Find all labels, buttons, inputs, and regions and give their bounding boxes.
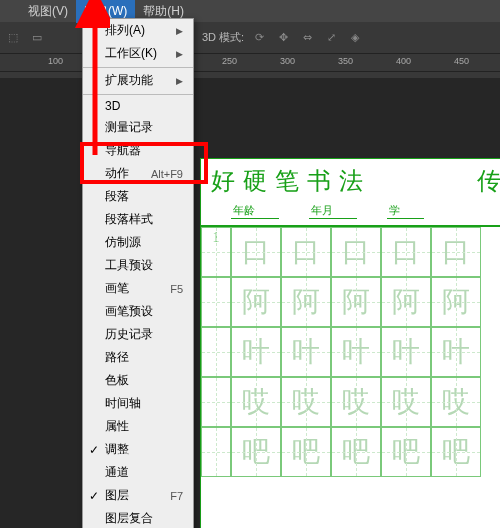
menu-item-段落[interactable]: 段落 [83,185,193,208]
menu-item-色板[interactable]: 色板 [83,369,193,392]
menu-item-画笔预设[interactable]: 画笔预设 [83,300,193,323]
practice-cell: 吧 [281,427,331,477]
practice-grid: 1口口口口口阿阿阿阿阿叶叶叶叶叶哎哎哎哎哎吧吧吧吧吧 [201,225,500,477]
menubar: 视图(V) 窗口(W) 帮助(H) [0,0,500,22]
row-index [201,277,231,327]
menu-item-图层复合[interactable]: 图层复合 [83,507,193,528]
ruler-tick: 250 [222,56,237,66]
pan-icon[interactable]: ✥ [274,29,292,47]
slide-icon[interactable]: ⇔ [298,29,316,47]
menu-item-画笔[interactable]: 画笔F5 [83,277,193,300]
practice-cell: 哎 [381,377,431,427]
title-side: 传 [477,165,500,197]
practice-cell: 叶 [331,327,381,377]
tool-icon-2[interactable]: ▭ [28,29,46,47]
practice-cell: 阿 [431,277,481,327]
practice-cell: 阿 [281,277,331,327]
ruler-tick: 100 [48,56,63,66]
menu-item-排列(A)[interactable]: 排列(A)▶ [83,19,193,42]
practice-cell: 阿 [331,277,381,327]
row-index [201,377,231,427]
menu-item-路径[interactable]: 路径 [83,346,193,369]
practice-cell: 口 [231,227,281,277]
title-main: 好硬笔书法 [211,168,371,194]
menu-item-导航器[interactable]: 导航器 [83,139,193,162]
practice-cell: 阿 [381,277,431,327]
menu-item-工作区(K)[interactable]: 工作区(K)▶ [83,42,193,65]
practice-cell: 吧 [381,427,431,477]
canvas[interactable]: 好硬笔书法 传 年龄 年月 学 1口口口口口阿阿阿阿阿叶叶叶叶叶哎哎哎哎哎吧吧吧… [0,78,500,528]
menu-item-段落样式[interactable]: 段落样式 [83,208,193,231]
menu-item-测量记录[interactable]: 测量记录 [83,116,193,139]
document-title: 好硬笔书法 传 [201,159,500,203]
practice-cell: 口 [431,227,481,277]
practice-cell: 口 [381,227,431,277]
row-index [201,327,231,377]
row-index: 1 [201,227,231,277]
menu-view[interactable]: 视图(V) [20,0,76,23]
scale-icon[interactable]: ◈ [346,29,364,47]
practice-cell: 哎 [281,377,331,427]
practice-cell: 吧 [231,427,281,477]
sub-school: 学 [387,203,424,219]
practice-cell: 哎 [431,377,481,427]
row-index [201,427,231,477]
practice-cell: 叶 [231,327,281,377]
menu-item-工具预设[interactable]: 工具预设 [83,254,193,277]
ruler-tick: 300 [280,56,295,66]
practice-cell: 吧 [331,427,381,477]
ruler-tick: 400 [396,56,411,66]
mode-label: 3D 模式: [202,30,244,45]
menu-item-属性[interactable]: 属性 [83,415,193,438]
practice-cell: 叶 [431,327,481,377]
practice-cell: 吧 [431,427,481,477]
horizontal-ruler: 100 150 200 250 300 350 400 450 [0,54,500,72]
sub-age: 年龄 [231,203,279,219]
practice-cell: 哎 [231,377,281,427]
practice-cell: 口 [331,227,381,277]
menu-item-历史记录[interactable]: 历史记录 [83,323,193,346]
menu-item-扩展功能[interactable]: 扩展功能▶ [83,67,193,92]
options-bar: ⬚ ▭ ↻ 3D 模式: ⟳ ✥ ⇔ ⤢ ◈ [0,22,500,54]
menu-item-仿制源[interactable]: 仿制源 [83,231,193,254]
menu-item-图层[interactable]: ✓图层F7 [83,484,193,507]
practice-cell: 口 [281,227,331,277]
practice-cell: 叶 [381,327,431,377]
practice-cell: 叶 [281,327,331,377]
menu-item-3D[interactable]: 3D [83,94,193,116]
document: 好硬笔书法 传 年龄 年月 学 1口口口口口阿阿阿阿阿叶叶叶叶叶哎哎哎哎哎吧吧吧… [200,158,500,528]
ruler-tick: 450 [454,56,469,66]
menu-item-时间轴[interactable]: 时间轴 [83,392,193,415]
orbit-icon[interactable]: ⟳ [250,29,268,47]
menu-item-通道[interactable]: 通道 [83,461,193,484]
menu-item-动作[interactable]: 动作Alt+F9 [83,162,193,185]
document-subheader: 年龄 年月 学 [201,203,500,225]
sub-month: 年月 [309,203,357,219]
move-icon[interactable]: ⤢ [322,29,340,47]
ruler-tick: 350 [338,56,353,66]
window-menu-dropdown: 排列(A)▶工作区(K)▶扩展功能▶3D测量记录导航器动作Alt+F9段落段落样… [82,18,194,528]
practice-cell: 阿 [231,277,281,327]
tool-icon-1[interactable]: ⬚ [4,29,22,47]
menu-item-调整[interactable]: ✓调整 [83,438,193,461]
practice-cell: 哎 [331,377,381,427]
